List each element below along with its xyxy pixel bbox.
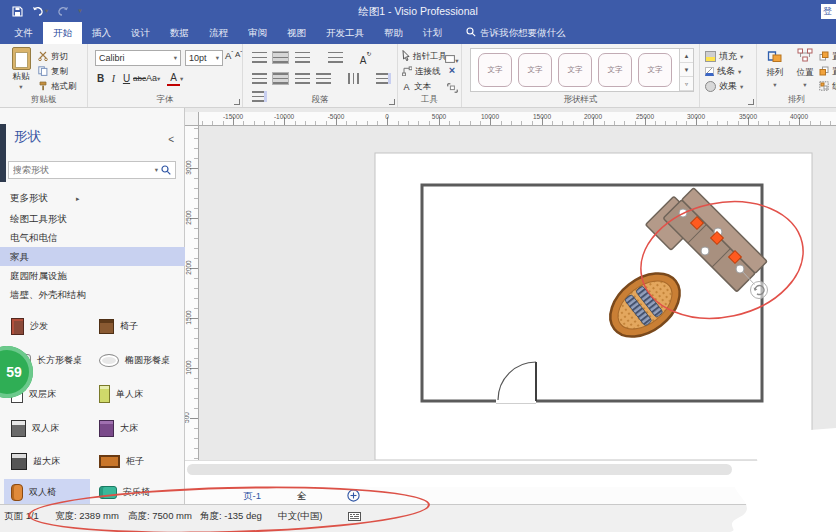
tab-review[interactable]: 审阅 [238, 22, 277, 44]
stencil-item-sofa[interactable]: 沙发 [4, 313, 90, 339]
stencil-item-loveseat[interactable]: 双人椅 [4, 479, 90, 505]
text-rotate-button[interactable]: A↻ [360, 55, 372, 66]
stencil-item-easy-chair[interactable]: 安乐椅 [92, 479, 182, 505]
grow-font-button[interactable]: Aˆ [225, 50, 233, 61]
pointer-tool-button[interactable]: 指针工具 [402, 49, 447, 64]
sign-in-button[interactable]: 登录 [821, 4, 836, 19]
arrange-button[interactable]: 排列 ▾ [761, 48, 789, 89]
change-case-button[interactable]: Aa▾ [146, 71, 159, 86]
bring-to-front-button[interactable]: 置于顶层 [819, 49, 836, 64]
font-family-combo[interactable]: Calibri▾ [95, 50, 181, 66]
align-bottom-button[interactable] [295, 52, 310, 63]
gallery-up-button[interactable]: ▲ [680, 49, 693, 63]
search-icon[interactable] [161, 161, 171, 179]
shape-style-swatch[interactable]: 文字 [558, 53, 592, 87]
shrink-font-button[interactable]: Aˇ [235, 50, 242, 59]
tab-data[interactable]: 数据 [160, 22, 199, 44]
search-shapes-input[interactable] [9, 165, 155, 175]
position-button[interactable]: 位置 ▾ [791, 48, 819, 89]
chevron-down-icon: ▾ [45, 7, 48, 15]
oval-table-icon [99, 354, 119, 367]
connector-tool-button[interactable]: 连接线 [402, 64, 447, 79]
stencil-item-oval-table[interactable]: 椭圆形餐桌 [92, 347, 182, 373]
shape-style-swatch[interactable]: 文字 [518, 53, 552, 87]
send-to-back-button[interactable]: 置于底层 [819, 64, 836, 79]
stencil-tab-furniture[interactable]: 家具 [0, 247, 185, 266]
bold-button[interactable]: B [94, 71, 107, 86]
shape-style-swatch[interactable]: 文字 [638, 53, 672, 87]
customize-qat-icon[interactable]: ▾ [78, 7, 82, 15]
shape-style-swatch[interactable]: 文字 [598, 53, 632, 87]
tab-help[interactable]: 帮助 [374, 22, 413, 44]
tab-view[interactable]: 视图 [277, 22, 316, 44]
copy-button[interactable]: 复制 [38, 64, 77, 79]
drawing-area[interactable]: -15000 -10000 -5000 0 5000 10000 15000 2… [185, 108, 836, 487]
gallery-more-button[interactable]: ▿ [680, 77, 693, 91]
scrollbar-thumb[interactable] [187, 464, 732, 475]
xl-bed-icon [11, 453, 27, 470]
stencil-item-big-bed[interactable]: 大床 [92, 415, 182, 441]
stencil-item-single-bed[interactable]: 单人床 [92, 381, 182, 407]
stencil-item-double-bed[interactable]: 双人床 [4, 415, 90, 441]
chevron-down-icon[interactable]: ▾ [155, 166, 158, 174]
tab-file[interactable]: 文件 [4, 22, 43, 44]
keyboard-icon[interactable] [348, 512, 361, 523]
line-button[interactable]: 线条▾ [705, 64, 743, 79]
format-dialog-launcher[interactable] [748, 99, 754, 105]
status-language[interactable]: 中文(中国) [278, 510, 322, 523]
bullets-button[interactable] [328, 52, 343, 63]
italic-button[interactable]: I [107, 71, 120, 86]
font-size-combo[interactable]: 10pt▾ [185, 50, 223, 66]
align-center-button[interactable] [273, 73, 288, 84]
tab-developer[interactable]: 开发工具 [316, 22, 374, 44]
effects-button[interactable]: 效果▾ [705, 79, 743, 94]
stencil-item-cabinet[interactable]: 柜子 [92, 448, 182, 474]
stencil-tab-electrical[interactable]: 电气和电信 [0, 228, 185, 247]
format-painter-button[interactable]: 格式刷 [38, 79, 77, 94]
pointer-icon [402, 50, 410, 63]
cut-button[interactable]: 剪切 [38, 49, 77, 64]
page-tab[interactable]: 页-1 [243, 487, 261, 504]
text-tool-button[interactable]: A文本 [402, 79, 447, 94]
chevron-down-icon: ▾ [174, 54, 177, 62]
horizontal-scrollbar[interactable] [185, 460, 836, 487]
undo-button[interactable]: ▾ [32, 6, 48, 16]
align-middle-button[interactable] [273, 52, 288, 63]
stencil-item-chair[interactable]: 椅子 [92, 313, 182, 339]
strikethrough-button[interactable]: abc [133, 71, 146, 86]
font-color-button[interactable]: A [167, 72, 180, 86]
tab-home[interactable]: 开始 [43, 22, 82, 44]
text-tool-icon: A [402, 82, 411, 92]
underline-button[interactable]: U [120, 71, 133, 86]
shape-search-box[interactable]: ▾ [8, 161, 176, 179]
stencil-tab-garden[interactable]: 庭园附属设施 [0, 266, 185, 285]
text-direction-button[interactable] [348, 73, 359, 84]
stencil-tab-drawing-tools[interactable]: 绘图工具形状 [0, 209, 185, 228]
align-left-button[interactable] [252, 73, 267, 84]
stencil-tab-walls[interactable]: 墙壁、外壳和结构 [0, 285, 185, 304]
tab-insert[interactable]: 插入 [82, 22, 121, 44]
paste-button[interactable]: 粘贴 ▾ [6, 47, 36, 91]
gallery-down-button[interactable]: ▼ [680, 63, 693, 77]
rectangle-tool-button[interactable]: ▾ [444, 49, 460, 64]
status-page-number[interactable]: 页面 1/1 [4, 510, 39, 523]
shape-style-swatch[interactable]: 文字 [478, 53, 512, 87]
tab-process[interactable]: 流程 [199, 22, 238, 44]
redo-button[interactable] [57, 6, 69, 16]
tab-plan[interactable]: 计划 [413, 22, 452, 44]
tell-me-search[interactable]: 告诉我你想要做什么 [466, 22, 566, 44]
stencil-item-xl-bed[interactable]: 超大床 [4, 448, 90, 474]
decrease-indent-button[interactable] [376, 73, 391, 84]
justify-button[interactable] [316, 73, 331, 84]
fill-button[interactable]: 填充▾ [705, 49, 743, 64]
align-top-button[interactable] [252, 52, 267, 63]
group-shapes-button[interactable]: 组合 [819, 79, 836, 94]
save-icon[interactable] [12, 6, 23, 17]
group-label: 字体 [88, 94, 242, 106]
tab-design[interactable]: 设计 [121, 22, 160, 44]
more-shapes-menu[interactable]: 更多形状▸ [10, 192, 80, 205]
collapse-panel-button[interactable]: < [168, 134, 174, 145]
align-right-button[interactable] [295, 73, 310, 84]
delete-tool-button[interactable]: × [444, 64, 460, 79]
resize-tool-button[interactable] [444, 79, 460, 94]
